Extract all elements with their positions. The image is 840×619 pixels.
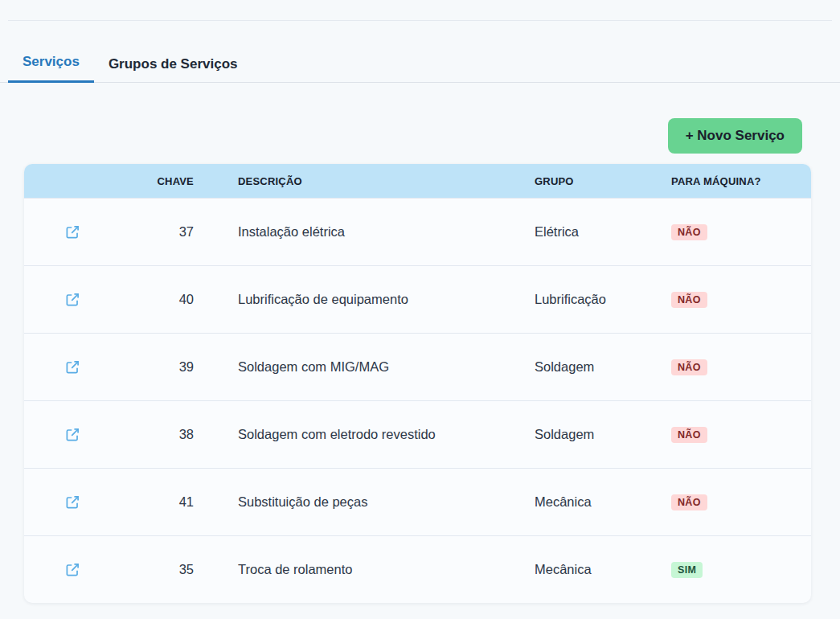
cell-descricao: Substituição de peças: [218, 494, 514, 510]
external-link-icon: [66, 563, 80, 576]
cell-descricao: Lubrificação de equipamento: [218, 292, 514, 307]
para-maquina-badge: NÃO: [671, 359, 707, 375]
external-link-icon: [66, 225, 80, 239]
para-maquina-badge: NÃO: [671, 427, 707, 443]
header-chave: CHAVE: [121, 175, 218, 187]
top-divider: [8, 20, 832, 21]
cell-grupo: Soldagem: [514, 359, 671, 375]
cell-chave: 37: [121, 224, 218, 240]
header-grupo: GRUPO: [514, 175, 671, 187]
services-table: CHAVE DESCRIÇÃO GRUPO PARA MÁQUINA? 37 I…: [24, 164, 811, 603]
para-maquina-badge: NÃO: [671, 494, 707, 510]
table-row: 38 Soldagem com eletrodo revestido Solda…: [24, 400, 811, 468]
cell-descricao: Troca de rolamento: [218, 562, 514, 577]
external-link-icon: [66, 495, 80, 509]
external-link-icon: [66, 293, 80, 306]
table-header-row: CHAVE DESCRIÇÃO GRUPO PARA MÁQUINA?: [24, 164, 811, 198]
table-row: 39 Soldagem com MIG/MAG Soldagem NÃO: [24, 333, 811, 400]
cell-descricao: Instalação elétrica: [218, 224, 514, 240]
external-link-icon: [66, 360, 80, 374]
tab-servicos[interactable]: Serviços: [8, 51, 94, 83]
table-row: 40 Lubrificação de equipamento Lubrifica…: [24, 265, 811, 333]
cell-grupo: Mecânica: [514, 562, 671, 577]
header-para-maquina: PARA MÁQUINA?: [671, 175, 811, 187]
tab-grupos-de-servicos[interactable]: Grupos de Serviços: [94, 53, 252, 83]
cell-grupo: Elétrica: [514, 224, 671, 240]
para-maquina-badge: NÃO: [671, 224, 707, 240]
cell-chave: 38: [121, 427, 218, 442]
open-service-button[interactable]: [63, 358, 82, 377]
cell-chave: 39: [121, 359, 218, 375]
para-maquina-badge: SIM: [671, 562, 703, 578]
cell-grupo: Soldagem: [514, 427, 671, 442]
open-service-button[interactable]: [63, 493, 82, 512]
table-row: 37 Instalação elétrica Elétrica NÃO: [24, 198, 811, 265]
toolbar: + Novo Serviço: [0, 118, 840, 154]
cell-chave: 35: [121, 562, 218, 577]
open-service-button[interactable]: [63, 290, 82, 310]
open-service-button[interactable]: [63, 560, 82, 580]
cell-descricao: Soldagem com eletrodo revestido: [218, 427, 514, 442]
open-service-button[interactable]: [63, 223, 82, 242]
table-row: 35 Troca de rolamento Mecânica SIM: [24, 535, 811, 603]
cell-grupo: Mecânica: [514, 494, 671, 510]
para-maquina-badge: NÃO: [671, 292, 707, 308]
cell-grupo: Lubrificação: [514, 292, 671, 307]
cell-chave: 41: [121, 494, 218, 510]
external-link-icon: [66, 428, 80, 441]
tabs-bar: Serviços Grupos de Serviços: [0, 51, 840, 83]
header-descricao: DESCRIÇÃO: [218, 175, 514, 187]
new-service-button[interactable]: + Novo Serviço: [668, 118, 802, 154]
cell-chave: 40: [121, 292, 218, 307]
table-row: 41 Substituição de peças Mecânica NÃO: [24, 468, 811, 535]
cell-descricao: Soldagem com MIG/MAG: [218, 359, 514, 375]
open-service-button[interactable]: [63, 425, 82, 445]
